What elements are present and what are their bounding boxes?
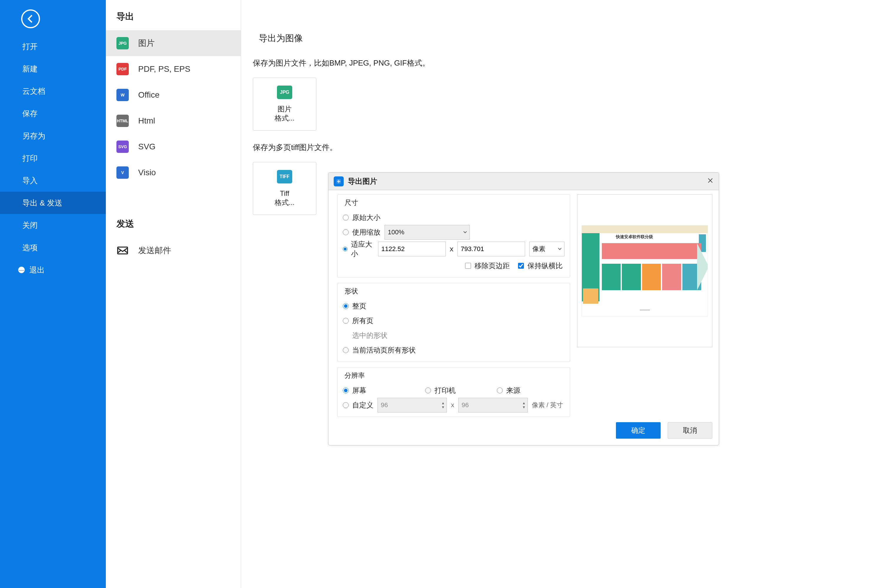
radio-source[interactable]: 来源	[497, 386, 520, 395]
scale-select[interactable]: 100%	[384, 225, 470, 240]
checkbox-remove-margin[interactable]: 移除页边距	[465, 261, 510, 270]
custom-x-input[interactable]: 96▲▼	[378, 398, 447, 412]
submenu-item-label: Office	[138, 90, 160, 100]
custom-y-input[interactable]: 96▲▼	[458, 398, 528, 412]
svg-icon: SVG	[116, 141, 129, 153]
sidebar-item-label: 导入	[22, 176, 38, 186]
submenu-item-label: 发送邮件	[138, 245, 171, 256]
jpg-icon: JPG	[116, 37, 129, 50]
sidebar-item-label: 云文档	[22, 86, 45, 96]
unit-select[interactable]: 像素	[529, 242, 564, 256]
radio-original-size[interactable]: 原始大小	[343, 213, 380, 222]
radio-screen[interactable]: 屏幕	[343, 386, 366, 395]
submenu-item-label: Html	[138, 116, 155, 126]
sidebar-item-import[interactable]: 导入	[0, 170, 106, 192]
description-2: 保存为多页tiff图片文件。	[241, 142, 882, 153]
tile-label: Tiff 格式...	[274, 189, 295, 207]
submenu-item-label: 图片	[138, 38, 154, 49]
dialog-close-button[interactable]	[705, 176, 715, 187]
submenu-title-export: 导出	[106, 0, 241, 30]
tiff-icon: TIFF	[277, 170, 292, 183]
chevron-down-icon	[558, 247, 562, 251]
radio-fit-size[interactable]: 适应大小	[343, 240, 374, 258]
ok-button[interactable]: 确定	[616, 422, 661, 439]
group-title: 分辨率	[343, 371, 367, 380]
submenu-item-html[interactable]: HTML Html	[106, 108, 241, 134]
sidebar-item-label: 打印	[22, 153, 38, 164]
submenu-item-label: SVG	[138, 142, 156, 152]
spinner-arrows-icon: ▲▼	[522, 401, 526, 409]
sidebar-item-saveas[interactable]: 另存为	[0, 124, 106, 147]
submenu-item-label: PDF, PS, EPS	[138, 64, 190, 74]
spinner-arrows-icon: ▲▼	[441, 401, 445, 409]
height-input[interactable]	[458, 242, 525, 256]
exit-icon: —	[18, 267, 25, 273]
sidebar-item-open[interactable]: 打开	[0, 35, 106, 58]
submenu-item-pdf[interactable]: PDF PDF, PS, EPS	[106, 56, 241, 82]
radio-custom[interactable]: 自定义	[343, 400, 374, 410]
x-separator: x	[450, 245, 453, 253]
sidebar-item-label: 导出 & 发送	[22, 198, 62, 208]
resolution-unit: 像素 / 英寸	[532, 401, 563, 410]
html-icon: HTML	[116, 115, 129, 127]
sidebar-item-cloud[interactable]: 云文档	[0, 80, 106, 102]
jpg-icon: JPG	[277, 86, 292, 99]
word-icon: W	[116, 89, 129, 101]
sidebar-item-save[interactable]: 保存	[0, 102, 106, 124]
radio-current-page-shapes[interactable]: 当前活动页所有形状	[343, 345, 416, 355]
pdf-icon: PDF	[116, 63, 129, 75]
sidebar-item-label: 打开	[22, 42, 38, 52]
tile-label: 图片 格式...	[274, 104, 295, 123]
sidebar-item-label: 退出	[29, 265, 45, 275]
backstage-sidebar: 打开 新建 云文档 保存 另存为 打印 导入 导出 & 发送 关闭 选项 —退出	[0, 0, 106, 588]
submenu-item-label: Visio	[138, 168, 156, 177]
submenu-item-svg[interactable]: SVG SVG	[106, 134, 241, 160]
sidebar-item-print[interactable]: 打印	[0, 147, 106, 170]
visio-icon: V	[116, 166, 129, 179]
sidebar-item-exit[interactable]: —退出	[0, 259, 106, 281]
sidebar-item-export[interactable]: 导出 & 发送	[0, 192, 106, 214]
submenu-item-email[interactable]: 发送邮件	[106, 237, 241, 263]
sidebar-item-label: 保存	[22, 108, 38, 119]
dialog-buttons: 确定 取消	[328, 422, 719, 445]
group-title: 尺寸	[343, 198, 360, 207]
radio-printer[interactable]: 打印机	[425, 386, 456, 395]
dialog-header: 导出图片	[328, 172, 719, 190]
submenu-item-office[interactable]: W Office	[106, 82, 241, 108]
shape-group: 形状 整页 所有页 选中的形状 当前活动页所有形状	[337, 283, 570, 362]
radio-use-scale[interactable]: 使用缩放	[343, 228, 380, 237]
width-input[interactable]	[378, 242, 446, 256]
sidebar-item-label: 新建	[22, 64, 38, 74]
submenu-item-visio[interactable]: V Visio	[106, 160, 241, 186]
x-separator: x	[451, 401, 454, 409]
resolution-group: 分辨率 屏幕 打印机 来源 自定义 96▲▼ x 96▲▼ 像素 / 英寸	[337, 367, 570, 417]
app-logo-icon	[334, 176, 344, 186]
description-1: 保存为图片文件，比如BMP, JPEG, PNG, GIF格式。	[241, 58, 882, 68]
preview-pane: 快速安卓软件联分级 ────	[577, 194, 712, 347]
sidebar-item-new[interactable]: 新建	[0, 58, 106, 80]
export-image-dialog: 导出图片 尺寸 原始大小 使用缩放 100% 适应大小	[328, 172, 719, 446]
svg-rect-4	[118, 247, 127, 254]
sidebar-item-close[interactable]: 关闭	[0, 214, 106, 236]
chevron-down-icon	[463, 230, 467, 234]
radio-selected-shapes: 选中的形状	[343, 331, 387, 340]
tile-tiff-format[interactable]: TIFF Tiff 格式...	[253, 162, 316, 215]
sidebar-item-label: 选项	[22, 243, 38, 253]
submenu-item-image[interactable]: JPG 图片	[106, 30, 241, 56]
tile-image-format[interactable]: JPG 图片 格式...	[253, 78, 316, 130]
page-title: 导出为图像	[241, 0, 882, 58]
radio-all-pages[interactable]: 所有页	[343, 316, 374, 326]
sidebar-item-options[interactable]: 选项	[0, 236, 106, 259]
mail-icon	[116, 244, 129, 256]
size-group: 尺寸 原始大小 使用缩放 100% 适应大小 x 像素	[337, 194, 570, 278]
export-submenu: 导出 JPG 图片 PDF PDF, PS, EPS W Office HTML…	[106, 0, 241, 588]
cancel-button[interactable]: 取消	[668, 422, 712, 439]
sidebar-item-label: 关闭	[22, 220, 38, 231]
group-title: 形状	[343, 286, 360, 296]
checkbox-keep-ratio[interactable]: 保持纵横比	[518, 261, 563, 270]
sidebar-item-label: 另存为	[22, 131, 45, 141]
radio-whole-page[interactable]: 整页	[343, 302, 366, 311]
submenu-title-send: 发送	[106, 186, 241, 237]
preview-thumbnail: 快速安卓软件联分级 ────	[582, 225, 708, 316]
back-button[interactable]	[21, 9, 40, 28]
